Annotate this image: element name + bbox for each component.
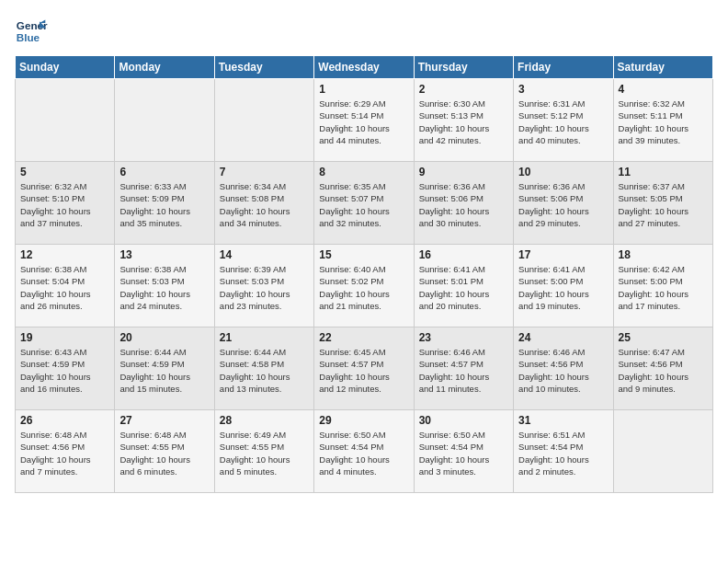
day-number: 3 bbox=[518, 83, 608, 96]
day-number: 17 bbox=[518, 248, 608, 261]
day-number: 5 bbox=[20, 166, 109, 178]
calendar-cell: 22Sunrise: 6:45 AMSunset: 4:57 PMDayligh… bbox=[314, 327, 414, 410]
day-info: Sunrise: 6:30 AMSunset: 5:13 PMDaylight:… bbox=[419, 98, 508, 146]
day-info: Sunrise: 6:49 AMSunset: 4:55 PMDaylight:… bbox=[220, 429, 309, 477]
calendar-week-row: 12Sunrise: 6:38 AMSunset: 5:04 PMDayligh… bbox=[16, 245, 713, 327]
day-number: 24 bbox=[518, 331, 608, 344]
calendar-cell: 28Sunrise: 6:49 AMSunset: 4:55 PMDayligh… bbox=[214, 410, 313, 493]
day-number: 22 bbox=[319, 331, 408, 344]
day-info: Sunrise: 6:46 AMSunset: 4:56 PMDaylight:… bbox=[518, 346, 608, 395]
calendar-cell: 17Sunrise: 6:41 AMSunset: 5:00 PMDayligh… bbox=[514, 245, 613, 327]
day-info: Sunrise: 6:50 AMSunset: 4:54 PMDaylight:… bbox=[419, 429, 508, 477]
calendar-header: General Blue bbox=[15, 15, 713, 48]
day-info: Sunrise: 6:34 AMSunset: 5:08 PMDaylight:… bbox=[220, 180, 309, 229]
day-info: Sunrise: 6:36 AMSunset: 5:06 PMDaylight:… bbox=[518, 180, 608, 229]
calendar-cell bbox=[214, 79, 313, 162]
day-number: 6 bbox=[119, 166, 209, 178]
day-number: 12 bbox=[20, 248, 109, 261]
svg-text:Blue: Blue bbox=[17, 31, 40, 43]
calendar-cell bbox=[16, 79, 115, 162]
day-info: Sunrise: 6:33 AMSunset: 5:09 PMDaylight:… bbox=[119, 180, 209, 229]
day-info: Sunrise: 6:48 AMSunset: 4:56 PMDaylight:… bbox=[20, 429, 109, 477]
day-info: Sunrise: 6:41 AMSunset: 5:01 PMDaylight:… bbox=[419, 263, 508, 312]
calendar-cell: 5Sunrise: 6:32 AMSunset: 5:10 PMDaylight… bbox=[16, 162, 115, 245]
calendar-week-row: 1Sunrise: 6:29 AMSunset: 5:14 PMDaylight… bbox=[16, 79, 713, 162]
day-info: Sunrise: 6:29 AMSunset: 5:14 PMDaylight:… bbox=[319, 98, 408, 146]
calendar-week-row: 26Sunrise: 6:48 AMSunset: 4:56 PMDayligh… bbox=[16, 410, 713, 493]
calendar-cell: 27Sunrise: 6:48 AMSunset: 4:55 PMDayligh… bbox=[115, 410, 214, 493]
day-info: Sunrise: 6:32 AMSunset: 5:10 PMDaylight:… bbox=[20, 180, 109, 229]
day-info: Sunrise: 6:50 AMSunset: 4:54 PMDaylight:… bbox=[319, 429, 408, 477]
calendar-cell: 13Sunrise: 6:38 AMSunset: 5:03 PMDayligh… bbox=[115, 245, 214, 327]
day-info: Sunrise: 6:41 AMSunset: 5:00 PMDaylight:… bbox=[518, 263, 608, 312]
calendar-cell: 11Sunrise: 6:37 AMSunset: 5:05 PMDayligh… bbox=[613, 162, 712, 245]
calendar-cell: 6Sunrise: 6:33 AMSunset: 5:09 PMDaylight… bbox=[115, 162, 214, 245]
calendar-cell: 24Sunrise: 6:46 AMSunset: 4:56 PMDayligh… bbox=[514, 327, 613, 410]
calendar-cell: 18Sunrise: 6:42 AMSunset: 5:00 PMDayligh… bbox=[613, 245, 712, 327]
day-info: Sunrise: 6:44 AMSunset: 4:59 PMDaylight:… bbox=[119, 346, 209, 395]
calendar-cell: 20Sunrise: 6:44 AMSunset: 4:59 PMDayligh… bbox=[115, 327, 214, 410]
day-number: 23 bbox=[419, 331, 508, 344]
day-number: 4 bbox=[619, 83, 708, 96]
day-number: 14 bbox=[220, 248, 309, 261]
day-info: Sunrise: 6:37 AMSunset: 5:05 PMDaylight:… bbox=[619, 180, 708, 229]
day-info: Sunrise: 6:47 AMSunset: 4:56 PMDaylight:… bbox=[619, 346, 708, 395]
day-number: 16 bbox=[419, 248, 508, 261]
calendar-cell: 9Sunrise: 6:36 AMSunset: 5:06 PMDaylight… bbox=[414, 162, 513, 245]
day-info: Sunrise: 6:43 AMSunset: 4:59 PMDaylight:… bbox=[20, 346, 109, 395]
day-number: 1 bbox=[319, 83, 408, 96]
day-of-week-header: Saturday bbox=[613, 56, 712, 79]
day-number: 2 bbox=[419, 83, 508, 96]
day-of-week-header: Tuesday bbox=[214, 56, 313, 79]
calendar-cell: 31Sunrise: 6:51 AMSunset: 4:54 PMDayligh… bbox=[514, 410, 613, 493]
day-number: 11 bbox=[619, 166, 708, 178]
calendar-cell: 15Sunrise: 6:40 AMSunset: 5:02 PMDayligh… bbox=[314, 245, 414, 327]
calendar-header-row: SundayMondayTuesdayWednesdayThursdayFrid… bbox=[16, 56, 713, 79]
calendar-cell: 7Sunrise: 6:34 AMSunset: 5:08 PMDaylight… bbox=[214, 162, 313, 245]
day-number: 29 bbox=[319, 414, 408, 427]
day-of-week-header: Monday bbox=[115, 56, 214, 79]
calendar-cell: 8Sunrise: 6:35 AMSunset: 5:07 PMDaylight… bbox=[314, 162, 414, 245]
calendar-cell: 16Sunrise: 6:41 AMSunset: 5:01 PMDayligh… bbox=[414, 245, 513, 327]
calendar-cell: 30Sunrise: 6:50 AMSunset: 4:54 PMDayligh… bbox=[414, 410, 513, 493]
day-info: Sunrise: 6:39 AMSunset: 5:03 PMDaylight:… bbox=[220, 263, 309, 312]
day-of-week-header: Sunday bbox=[16, 56, 115, 79]
calendar-cell: 21Sunrise: 6:44 AMSunset: 4:58 PMDayligh… bbox=[214, 327, 313, 410]
day-info: Sunrise: 6:45 AMSunset: 4:57 PMDaylight:… bbox=[319, 346, 408, 395]
day-number: 10 bbox=[518, 166, 608, 178]
day-number: 8 bbox=[319, 166, 408, 178]
calendar-body: 1Sunrise: 6:29 AMSunset: 5:14 PMDaylight… bbox=[16, 79, 713, 493]
day-info: Sunrise: 6:31 AMSunset: 5:12 PMDaylight:… bbox=[518, 98, 608, 146]
calendar-cell: 29Sunrise: 6:50 AMSunset: 4:54 PMDayligh… bbox=[314, 410, 414, 493]
calendar-cell bbox=[115, 79, 214, 162]
day-number: 9 bbox=[419, 166, 508, 178]
calendar-cell: 2Sunrise: 6:30 AMSunset: 5:13 PMDaylight… bbox=[414, 79, 513, 162]
calendar-cell: 26Sunrise: 6:48 AMSunset: 4:56 PMDayligh… bbox=[16, 410, 115, 493]
calendar-cell: 3Sunrise: 6:31 AMSunset: 5:12 PMDaylight… bbox=[514, 79, 613, 162]
calendar-cell: 14Sunrise: 6:39 AMSunset: 5:03 PMDayligh… bbox=[214, 245, 313, 327]
calendar-table: SundayMondayTuesdayWednesdayThursdayFrid… bbox=[15, 55, 713, 493]
day-number: 19 bbox=[20, 331, 109, 344]
day-number: 20 bbox=[119, 331, 209, 344]
day-of-week-header: Wednesday bbox=[314, 56, 414, 79]
day-info: Sunrise: 6:40 AMSunset: 5:02 PMDaylight:… bbox=[319, 263, 408, 312]
day-info: Sunrise: 6:32 AMSunset: 5:11 PMDaylight:… bbox=[619, 98, 708, 146]
logo-icon: General Blue bbox=[15, 15, 48, 48]
day-info: Sunrise: 6:38 AMSunset: 5:04 PMDaylight:… bbox=[20, 263, 109, 312]
calendar-cell: 25Sunrise: 6:47 AMSunset: 4:56 PMDayligh… bbox=[613, 327, 712, 410]
day-number: 13 bbox=[119, 248, 209, 261]
calendar-week-row: 5Sunrise: 6:32 AMSunset: 5:10 PMDaylight… bbox=[16, 162, 713, 245]
day-info: Sunrise: 6:51 AMSunset: 4:54 PMDaylight:… bbox=[518, 429, 608, 477]
day-number: 21 bbox=[220, 331, 309, 344]
day-info: Sunrise: 6:42 AMSunset: 5:00 PMDaylight:… bbox=[619, 263, 708, 312]
calendar-cell: 19Sunrise: 6:43 AMSunset: 4:59 PMDayligh… bbox=[16, 327, 115, 410]
day-number: 31 bbox=[518, 414, 608, 427]
calendar-cell: 23Sunrise: 6:46 AMSunset: 4:57 PMDayligh… bbox=[414, 327, 513, 410]
day-info: Sunrise: 6:38 AMSunset: 5:03 PMDaylight:… bbox=[119, 263, 209, 312]
day-of-week-header: Thursday bbox=[414, 56, 513, 79]
calendar-cell: 1Sunrise: 6:29 AMSunset: 5:14 PMDaylight… bbox=[314, 79, 414, 162]
day-number: 15 bbox=[319, 248, 408, 261]
day-info: Sunrise: 6:44 AMSunset: 4:58 PMDaylight:… bbox=[220, 346, 309, 395]
day-number: 28 bbox=[220, 414, 309, 427]
calendar-cell: 10Sunrise: 6:36 AMSunset: 5:06 PMDayligh… bbox=[514, 162, 613, 245]
